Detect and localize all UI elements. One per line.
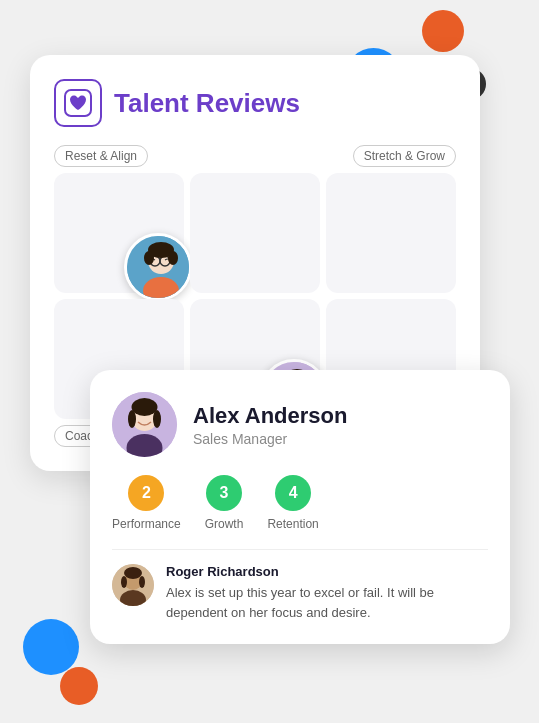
divider	[112, 549, 488, 550]
svg-point-26	[124, 567, 142, 579]
performance-badge: 2	[128, 475, 164, 511]
grid-cell-r1c2	[190, 173, 320, 293]
svg-point-9	[144, 251, 154, 265]
comment-section: Roger Richardson Alex is set up this yea…	[112, 564, 488, 622]
grid-labels-top: Reset & Align Stretch & Grow	[54, 145, 456, 167]
retention-badge: 4	[275, 475, 311, 511]
performance-label: Performance	[112, 517, 181, 531]
svg-point-21	[128, 410, 136, 428]
comment-text: Alex is set up this year to excel or fai…	[166, 583, 488, 622]
avatar-person1	[124, 233, 192, 301]
commenter-name: Roger Richardson	[166, 564, 488, 579]
deco-orange-top	[422, 10, 464, 52]
card-title: Talent Reviews	[114, 88, 300, 119]
talent-icon	[54, 79, 102, 127]
commenter-avatar	[112, 564, 154, 606]
metric-retention: 4 Retention	[267, 475, 318, 531]
person-name: Alex Anderson	[193, 403, 347, 429]
svg-point-20	[132, 398, 158, 416]
card-header: Talent Reviews	[54, 79, 456, 127]
grid-cell-r1c3	[326, 173, 456, 293]
retention-label: Retention	[267, 517, 318, 531]
metrics-row: 2 Performance 3 Growth 4 Retention	[112, 475, 488, 531]
svg-point-22	[153, 410, 161, 428]
metric-performance: 2 Performance	[112, 475, 181, 531]
person-role: Sales Manager	[193, 431, 347, 447]
deco-blue-bottom	[23, 619, 79, 675]
svg-point-28	[139, 576, 145, 588]
person-detail-card: Alex Anderson Sales Manager 2 Performanc…	[90, 370, 510, 644]
person-avatar	[112, 392, 177, 457]
svg-point-10	[168, 251, 178, 265]
person-info: Alex Anderson Sales Manager	[193, 403, 347, 447]
svg-point-27	[121, 576, 127, 588]
comment-content: Roger Richardson Alex is set up this yea…	[166, 564, 488, 622]
deco-orange-bottom	[60, 667, 98, 705]
person-header: Alex Anderson Sales Manager	[112, 392, 488, 457]
label-reset-align: Reset & Align	[54, 145, 148, 167]
growth-badge: 3	[206, 475, 242, 511]
metric-growth: 3 Growth	[205, 475, 244, 531]
grid-cell-r1c1	[54, 173, 184, 293]
label-stretch-grow: Stretch & Grow	[353, 145, 456, 167]
growth-label: Growth	[205, 517, 244, 531]
